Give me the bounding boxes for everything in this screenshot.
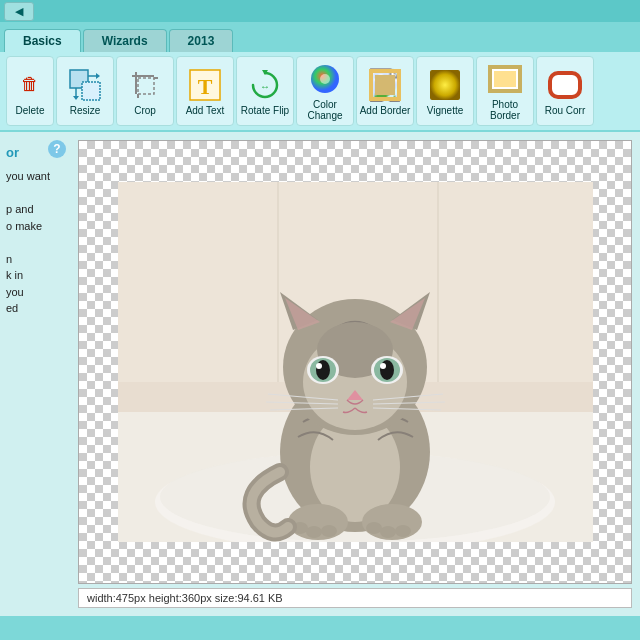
svg-point-16 [320, 74, 330, 84]
left-panel: ? or you wantp ando makenk inyoued [0, 132, 70, 616]
colorchange-icon [307, 61, 343, 97]
svg-point-58 [321, 525, 337, 537]
svg-rect-18 [375, 75, 395, 95]
tab-basics[interactable]: Basics [4, 29, 81, 52]
addtext-button[interactable]: T Add Text [176, 56, 234, 126]
crop-icon [127, 67, 163, 103]
svg-rect-19 [430, 70, 460, 100]
left-body: you wantp ando makenk inyoued [6, 168, 64, 317]
roundcorner-button[interactable]: Rou Corr [536, 56, 594, 126]
svg-point-41 [316, 360, 330, 380]
addborder-button[interactable]: Add Border [356, 56, 414, 126]
photoborder-button[interactable]: Photo Border [476, 56, 534, 126]
svg-point-45 [380, 360, 394, 380]
svg-point-42 [316, 363, 322, 369]
status-bar [0, 616, 640, 640]
rotateflip-icon: ↔ [247, 67, 283, 103]
back-button[interactable]: ◀ [4, 2, 34, 21]
cat-image [118, 182, 593, 542]
delete-button[interactable]: 🗑 Delete [6, 56, 54, 126]
colorchange-button[interactable]: Color Change [296, 56, 354, 126]
svg-point-61 [395, 525, 411, 537]
toolbar: 🗑 Delete Resize [0, 52, 640, 132]
main-area: ? or you wantp ando makenk inyoued [0, 132, 640, 616]
delete-icon: 🗑 [12, 67, 48, 103]
svg-marker-5 [73, 96, 79, 100]
svg-rect-21 [494, 71, 516, 87]
svg-point-57 [306, 526, 322, 538]
vignette-icon [427, 67, 463, 103]
svg-point-60 [380, 526, 396, 538]
addborder-label: Add Border [360, 105, 411, 116]
svg-rect-1 [82, 82, 100, 100]
svg-marker-4 [96, 73, 100, 79]
delete-label: Delete [16, 105, 45, 116]
top-bar: ◀ [0, 0, 640, 22]
vignette-button[interactable]: Vignette [416, 56, 474, 126]
roundcorner-label: Rou Corr [545, 105, 586, 116]
image-area: width:475px height:360px size:94.61 KB [70, 132, 640, 616]
image-canvas [78, 140, 632, 584]
tab-bar: Basics Wizards 2013 [0, 22, 640, 52]
photoborder-icon [487, 61, 523, 97]
roundcorner-icon [547, 67, 583, 103]
image-info: width:475px height:360px size:94.61 KB [78, 588, 632, 608]
addtext-icon: T [187, 67, 223, 103]
crop-button[interactable]: Crop [116, 56, 174, 126]
tab-wizards[interactable]: Wizards [83, 29, 167, 52]
resize-label: Resize [70, 105, 101, 116]
addtext-label: Add Text [186, 105, 225, 116]
resize-icon [67, 67, 103, 103]
photoborder-label: Photo Border [479, 99, 531, 121]
svg-rect-8 [138, 78, 154, 94]
resize-button[interactable]: Resize [56, 56, 114, 126]
svg-text:T: T [198, 74, 213, 99]
svg-text:↔: ↔ [260, 81, 270, 92]
tab-2013[interactable]: 2013 [169, 29, 234, 52]
vignette-label: Vignette [427, 105, 464, 116]
addborder-icon [367, 67, 403, 103]
svg-point-46 [380, 363, 386, 369]
svg-point-59 [366, 522, 382, 534]
svg-rect-22 [550, 73, 580, 97]
rotateflip-button[interactable]: ↔ Rotate Flip [236, 56, 294, 126]
crop-label: Crop [134, 105, 156, 116]
colorchange-label: Color Change [299, 99, 351, 121]
rotateflip-label: Rotate Flip [241, 105, 289, 116]
help-icon[interactable]: ? [48, 140, 66, 158]
